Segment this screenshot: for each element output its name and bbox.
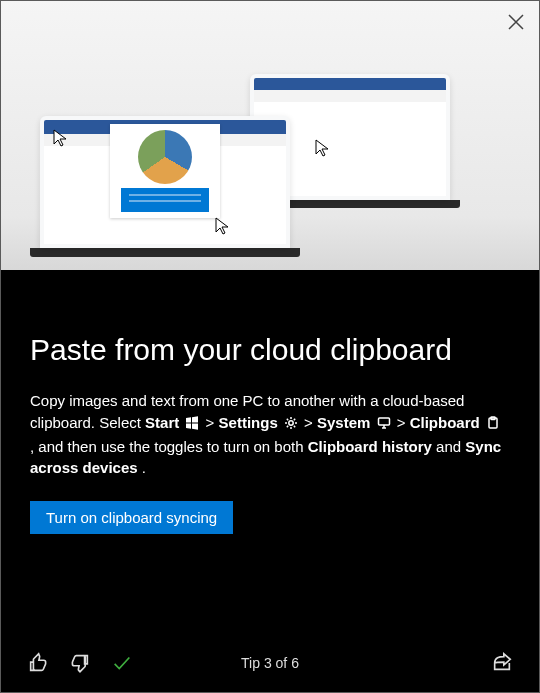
thumbs-up-button[interactable] (26, 651, 50, 675)
gear-icon (284, 414, 298, 436)
clipboard-icon (486, 414, 500, 436)
thumbs-up-icon (27, 652, 49, 674)
tip-progress-label: Tip 3 of 6 (241, 655, 299, 671)
illustration-laptop-front (40, 116, 290, 257)
tip-title: Paste from your cloud clipboard (30, 332, 510, 368)
close-icon (506, 12, 526, 32)
selection-highlight (121, 188, 209, 212)
svg-rect-1 (378, 418, 389, 425)
checkmark-icon (111, 652, 133, 674)
monitor-icon (377, 414, 391, 436)
tip-content: Paste from your cloud clipboard Copy ima… (0, 270, 540, 534)
tip-illustration (0, 0, 540, 270)
tip-footer: Tip 3 of 6 (0, 633, 540, 693)
share-button[interactable] (490, 651, 514, 675)
thumbs-down-button[interactable] (68, 651, 92, 675)
turn-on-syncing-button[interactable]: Turn on clipboard syncing (30, 501, 233, 534)
tip-description: Copy images and text from one PC to anot… (30, 390, 510, 479)
cursor-icon (314, 138, 332, 158)
thumbs-down-icon (69, 652, 91, 674)
windows-logo-icon (185, 414, 199, 436)
share-icon (491, 652, 513, 674)
applied-indicator (110, 651, 134, 675)
cursor-icon (52, 128, 70, 148)
close-button[interactable] (502, 8, 530, 36)
svg-point-0 (289, 421, 293, 425)
cursor-icon (214, 216, 232, 236)
pie-chart-graphic (138, 130, 192, 184)
